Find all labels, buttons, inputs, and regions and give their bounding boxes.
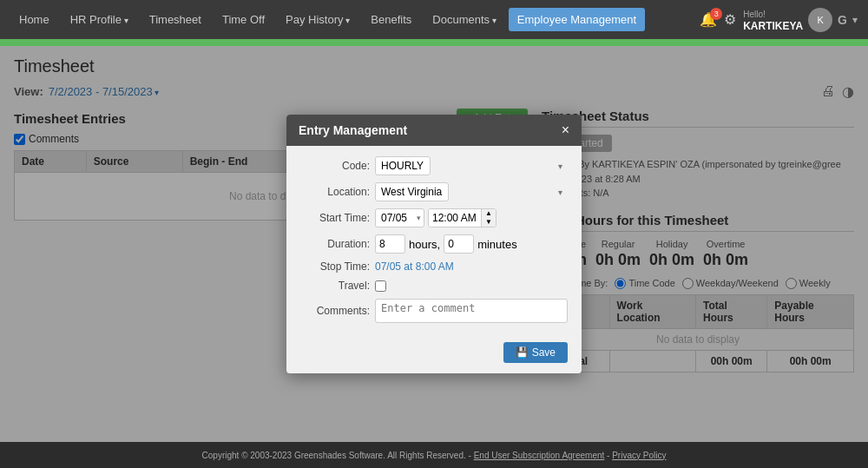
modal-footer: 💾 Save [286, 337, 582, 373]
nav-item-time-off[interactable]: Time Off [214, 8, 273, 31]
start-time-input: ▲ ▼ [428, 208, 496, 227]
code-select-wrapper: HOURLY [375, 156, 568, 175]
hours-label: hours, [409, 238, 440, 251]
code-row: Code: HOURLY [300, 156, 568, 175]
location-label: Location: [300, 186, 370, 198]
start-time-label: Start Time: [300, 212, 370, 224]
modal-title: Entry Management [299, 123, 407, 137]
comments-field-label: Comments: [300, 305, 370, 317]
stop-time-row: Stop Time: 07/05 at 8:00 AM [300, 260, 568, 273]
minutes-label: minutes [477, 238, 517, 251]
duration-minutes-input[interactable] [444, 234, 474, 254]
location-select[interactable]: West Virginia [375, 182, 449, 201]
notification-count: 3 [710, 8, 722, 20]
code-label: Code: [300, 160, 370, 172]
spin-buttons: ▲ ▼ [481, 209, 496, 227]
start-time-row: Start Time: 07/05 ▲ ▼ [300, 208, 568, 227]
travel-label: Travel: [300, 280, 370, 292]
start-date-select[interactable]: 07/05 [375, 208, 424, 227]
nav-item-hr-profile[interactable]: HR Profile [62, 8, 137, 31]
nav-item-timesheet[interactable]: Timesheet [141, 8, 210, 31]
google-icon[interactable]: G [838, 13, 847, 27]
privacy-link[interactable]: Privacy Policy [612, 451, 666, 460]
nav-item-home[interactable]: Home [10, 8, 58, 31]
nav-item-pay-history[interactable]: Pay History [277, 8, 358, 31]
comments-textarea[interactable] [375, 299, 568, 323]
nav-item-employee-management[interactable]: Employee Management [509, 8, 645, 31]
modal-header: Entry Management × [286, 115, 582, 146]
travel-checkbox[interactable] [375, 280, 386, 292]
notification-bell[interactable]: 🔔 3 [700, 11, 717, 28]
comments-row: Comments: [300, 299, 568, 323]
stop-time-label: Stop Time: [300, 260, 370, 273]
nav-dropdown-arrow[interactable]: ▾ [852, 14, 858, 26]
code-select[interactable]: HOURLY [375, 156, 431, 175]
travel-row: Travel: [300, 280, 568, 292]
modal-body: Code: HOURLY Location: West Virginia [286, 146, 582, 337]
duration-controls: hours, minutes [375, 234, 517, 254]
duration-row: Duration: hours, minutes [300, 234, 568, 254]
modal-close-button[interactable]: × [562, 123, 569, 137]
nav-item-documents[interactable]: Documents [424, 8, 505, 31]
footer: Copyright © 2003-2023 Greenshades Softwa… [0, 442, 868, 468]
spin-up[interactable]: ▲ [482, 209, 496, 218]
page-content: Timesheet View: 7/2/2023 - 7/15/2023 🖨 ◑… [0, 46, 868, 442]
footer-text: Copyright © 2003-2023 Greenshades Softwa… [202, 451, 466, 460]
settings-gear-icon[interactable]: ⚙ [724, 11, 736, 28]
entry-management-modal: Entry Management × Code: HOURLY Location… [286, 115, 582, 373]
eula-link[interactable]: End User Subscription Agreement [474, 451, 605, 460]
stop-time-value: 07/05 at 8:00 AM [375, 260, 454, 273]
spin-down[interactable]: ▼ [482, 218, 496, 227]
location-select-wrapper: West Virginia [375, 182, 568, 201]
avatar: K [808, 8, 832, 32]
save-icon: 💾 [516, 346, 529, 359]
green-accent-bar [0, 39, 868, 46]
nav-right: 🔔 3 ⚙ Hello! KARTIKEYA K G ▾ [700, 8, 858, 32]
hello-label: Hello! KARTIKEYA [743, 8, 803, 32]
save-label: Save [532, 346, 556, 359]
modal-overlay[interactable]: Entry Management × Code: HOURLY Location… [0, 46, 868, 442]
duration-hours-input[interactable] [375, 234, 405, 254]
location-row: Location: West Virginia [300, 182, 568, 201]
navbar: Home HR Profile Timesheet Time Off Pay H… [0, 0, 868, 39]
duration-label: Duration: [300, 238, 370, 250]
start-date-select-wrapper: 07/05 [375, 208, 424, 227]
start-time-field[interactable] [429, 209, 481, 227]
save-button[interactable]: 💾 Save [503, 342, 568, 363]
user-info: Hello! KARTIKEYA K G ▾ [743, 8, 858, 32]
nav-item-benefits[interactable]: Benefits [362, 8, 420, 31]
start-time-controls: 07/05 ▲ ▼ [375, 208, 496, 227]
